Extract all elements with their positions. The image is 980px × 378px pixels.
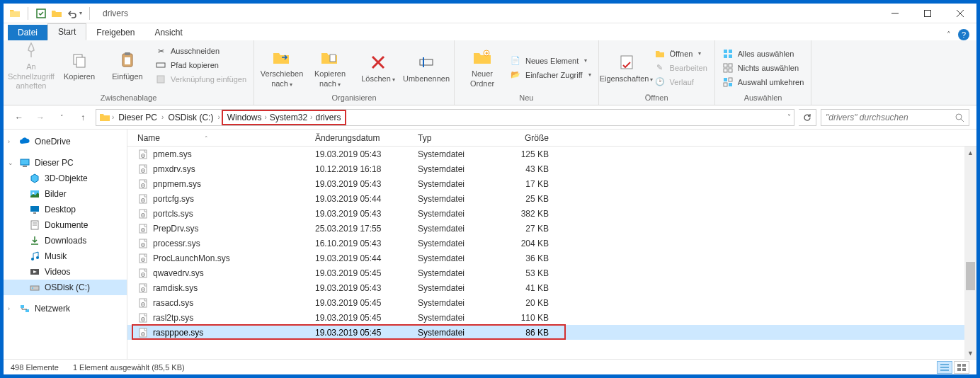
easy-access-button[interactable]: 📂Einfacher Zugriff▾ [508,69,593,81]
qat-undo-icon[interactable]: ▾ [67,8,82,19]
ribbon-collapse-icon[interactable]: ˄ [947,30,951,40]
open-button[interactable]: Öffnen▾ [653,47,709,60]
crumb-this-pc[interactable]: Dieser PC [115,111,160,124]
tab-start[interactable]: Start [47,23,86,40]
ribbon-group-open: Eigenschaften▾ Öffnen▾ ✎Bearbeiten 🕑Verl… [599,40,715,105]
file-row[interactable]: ProcLaunchMon.sys19.03.2019 05:44Systemd… [127,251,976,265]
nav-network[interactable]: ›Netzwerk [4,301,127,316]
nav-3d-objects[interactable]: 3D-Objekte [4,171,127,186]
copy-to-button[interactable]: Kopieren nach▾ [308,45,352,89]
status-selection: 1 Element ausgewählt (85,5 KB) [73,363,185,372]
svg-rect-24 [724,64,727,67]
qat-newfolder-icon[interactable] [51,8,62,19]
scroll-down-icon[interactable]: ▼ [964,347,976,359]
invert-selection-button[interactable]: Auswahl umkehren [721,76,806,88]
close-button[interactable] [944,4,976,23]
move-to-button[interactable]: Verschieben nach▾ [260,45,304,89]
crumb-windows[interactable]: Windows [224,111,265,124]
ribbon-group-label: Öffnen [605,92,709,103]
file-name: ramdisk.sys [153,283,198,293]
copy-path-button[interactable]: Pfad kopieren [154,59,248,71]
nav-music[interactable]: Musik [4,248,127,264]
back-button[interactable]: ← [11,109,28,126]
history-icon: 🕑 [654,76,666,88]
file-type: Systemdatei [418,313,503,323]
file-row[interactable]: rasacd.sys19.03.2019 05:45Systemdatei20 … [127,295,976,310]
svg-rect-39 [33,212,36,214]
nav-onedrive[interactable]: ›OneDrive [4,134,127,149]
file-row[interactable]: pmxdrv.sys10.12.2019 16:18Systemdatei43 … [127,161,976,176]
recent-dropdown[interactable]: ˅ [53,109,70,126]
edit-button[interactable]: ✎Bearbeiten [653,62,709,74]
delete-button[interactable]: Löschen▾ [356,50,400,85]
properties-button[interactable]: Eigenschaften▾ [605,50,649,85]
nav-desktop[interactable]: Desktop [4,202,127,217]
file-rows: pmem.sys19.03.2019 05:43Systemdatei125 K… [127,147,976,359]
paste-button[interactable]: Einfügen [106,48,149,83]
new-folder-button[interactable]: ✦ Neuer Ordner [460,45,504,89]
file-size: 25 KB [503,194,556,204]
search-icon [955,113,964,122]
search-box[interactable] [821,109,969,126]
tab-share[interactable]: Freigeben [86,25,144,40]
file-row[interactable]: rasl2tp.sys19.03.2019 05:45Systemdatei11… [127,310,976,325]
column-date[interactable]: Änderungsdatum [315,133,418,143]
maximize-button[interactable] [911,4,944,23]
copy-button[interactable]: Kopieren [57,48,101,83]
nav-downloads[interactable]: Downloads [4,233,127,248]
file-date: 19.03.2019 05:43 [315,179,418,189]
file-size: 53 KB [503,268,556,278]
nav-osdisk[interactable]: OSDisk (C:) [4,280,127,295]
file-row[interactable]: portcfg.sys19.03.2019 05:44Systemdatei25… [127,191,976,206]
scroll-up-icon[interactable]: ▲ [964,147,976,159]
nav-documents[interactable]: Dokumente [4,217,127,233]
new-folder-icon: ✦ [472,47,493,68]
tab-view[interactable]: Ansicht [144,25,192,40]
view-details-button[interactable] [937,361,952,374]
svg-point-44 [36,256,39,259]
history-button[interactable]: 🕑Verlauf [653,76,709,88]
nav-this-pc[interactable]: ⌄Dieser PC [4,155,127,171]
cut-button[interactable]: ✂Ausschneiden [154,45,248,57]
crumb-system32[interactable]: System32 [267,111,310,124]
paste-shortcut-button[interactable]: Verknüpfung einfügen [154,73,248,86]
file-row[interactable]: processr.sys16.10.2019 05:43Systemdatei2… [127,236,976,251]
file-row[interactable]: raspppoe.sys19.03.2019 05:45Systemdatei8… [127,325,976,340]
nav-videos[interactable]: Videos [4,264,127,280]
pin-quickaccess-button[interactable]: An Schnellzugriff anheften [9,38,53,92]
nav-pictures[interactable]: Bilder [4,186,127,202]
forward-button[interactable]: → [32,109,49,126]
view-icons-button[interactable] [954,361,969,374]
file-row[interactable]: portcls.sys19.03.2019 05:43Systemdatei38… [127,206,976,221]
file-row[interactable]: pnpmem.sys19.03.2019 05:43Systemdatei17 … [127,176,976,191]
select-none-button[interactable]: Nichts auswählen [721,62,806,74]
file-row[interactable]: qwavedrv.sys19.03.2019 05:45Systemdatei5… [127,265,976,280]
scroll-thumb[interactable] [966,262,975,290]
svg-point-76 [142,274,144,275]
help-icon[interactable]: ? [958,29,969,40]
rename-button[interactable]: Umbenennen [404,50,448,85]
select-all-button[interactable]: Alles auswählen [721,47,806,60]
vertical-scrollbar[interactable]: ▲ ▼ [964,147,976,359]
desktop-icon [29,204,40,215]
up-button[interactable]: ↑ [74,109,91,126]
refresh-button[interactable] [799,110,816,125]
search-input[interactable] [826,113,955,122]
new-item-button[interactable]: 📄Neues Element▾ [508,55,593,67]
column-name[interactable]: Name ˄ [127,133,315,143]
column-size[interactable]: Größe [503,133,556,143]
column-type[interactable]: Typ [418,133,503,143]
crumb-osdisk[interactable]: OSDisk (C:) [165,111,216,124]
breadcrumb-dropdown-icon[interactable]: ˅ [787,113,791,121]
qat-properties-icon[interactable] [35,8,47,19]
minimize-button[interactable] [879,4,911,23]
breadcrumb[interactable]: › Dieser PC› OSDisk (C:)› Windows› Syste… [96,109,794,126]
file-row[interactable]: pmem.sys19.03.2019 05:43Systemdatei125 K… [127,147,976,161]
file-name: PrepDrv.sys [153,224,198,234]
tab-file[interactable]: Datei [8,25,47,40]
svg-rect-26 [724,69,727,72]
file-row[interactable]: ramdisk.sys19.03.2019 05:43Systemdatei41… [127,280,976,295]
svg-rect-21 [729,50,732,53]
file-row[interactable]: PrepDrv.sys25.03.2019 17:55Systemdatei27… [127,221,976,236]
crumb-drivers[interactable]: drivers [312,111,343,124]
